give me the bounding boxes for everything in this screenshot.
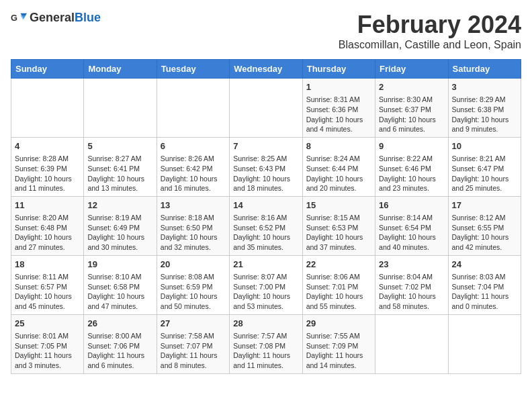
calendar-cell bbox=[84, 79, 157, 138]
calendar-week-row: 11Sunrise: 8:20 AM Sunset: 6:48 PM Dayli… bbox=[11, 196, 521, 255]
calendar-cell: 22Sunrise: 8:06 AM Sunset: 7:01 PM Dayli… bbox=[302, 255, 375, 314]
calendar-cell: 11Sunrise: 8:20 AM Sunset: 6:48 PM Dayli… bbox=[11, 196, 84, 255]
day-content: Sunrise: 8:06 AM Sunset: 7:01 PM Dayligh… bbox=[306, 272, 371, 312]
day-number: 27 bbox=[161, 318, 226, 330]
day-content: Sunrise: 8:20 AM Sunset: 6:48 PM Dayligh… bbox=[15, 213, 80, 253]
calendar-cell: 18Sunrise: 8:11 AM Sunset: 6:57 PM Dayli… bbox=[11, 255, 84, 314]
day-content: Sunrise: 8:25 AM Sunset: 6:43 PM Dayligh… bbox=[233, 154, 298, 193]
calendar-cell bbox=[230, 79, 302, 138]
day-number: 29 bbox=[306, 318, 371, 330]
day-number: 13 bbox=[161, 199, 226, 212]
day-content: Sunrise: 8:04 AM Sunset: 7:02 PM Dayligh… bbox=[379, 272, 444, 312]
month-year-title: February 2024 bbox=[339, 11, 521, 39]
day-content: Sunrise: 8:08 AM Sunset: 6:59 PM Dayligh… bbox=[161, 272, 226, 312]
calendar-cell: 17Sunrise: 8:12 AM Sunset: 6:55 PM Dayli… bbox=[448, 196, 521, 255]
calendar-cell bbox=[11, 79, 84, 138]
calendar-cell bbox=[157, 79, 229, 138]
calendar-cell: 21Sunrise: 8:07 AM Sunset: 7:00 PM Dayli… bbox=[230, 255, 302, 314]
day-content: Sunrise: 8:24 AM Sunset: 6:44 PM Dayligh… bbox=[306, 154, 371, 193]
calendar-cell: 19Sunrise: 8:10 AM Sunset: 6:58 PM Dayli… bbox=[84, 255, 157, 314]
day-number: 1 bbox=[306, 81, 371, 93]
day-number: 10 bbox=[452, 140, 517, 152]
calendar-cell: 13Sunrise: 8:18 AM Sunset: 6:50 PM Dayli… bbox=[157, 196, 229, 255]
day-content: Sunrise: 8:27 AM Sunset: 6:41 PM Dayligh… bbox=[87, 154, 152, 193]
day-number: 7 bbox=[233, 140, 298, 152]
calendar-cell: 15Sunrise: 8:15 AM Sunset: 6:53 PM Dayli… bbox=[302, 196, 375, 255]
calendar-cell: 10Sunrise: 8:21 AM Sunset: 6:47 PM Dayli… bbox=[448, 137, 521, 196]
calendar-cell: 9Sunrise: 8:22 AM Sunset: 6:46 PM Daylig… bbox=[375, 137, 448, 196]
calendar-cell: 1Sunrise: 8:31 AM Sunset: 6:36 PM Daylig… bbox=[302, 79, 375, 138]
calendar-cell: 20Sunrise: 8:08 AM Sunset: 6:59 PM Dayli… bbox=[157, 255, 229, 314]
day-number: 20 bbox=[161, 259, 226, 271]
day-content: Sunrise: 8:31 AM Sunset: 6:36 PM Dayligh… bbox=[306, 95, 371, 134]
day-content: Sunrise: 8:29 AM Sunset: 6:38 PM Dayligh… bbox=[452, 95, 517, 134]
day-content: Sunrise: 8:26 AM Sunset: 6:42 PM Dayligh… bbox=[161, 154, 226, 193]
svg-marker-2 bbox=[20, 15, 26, 19]
calendar-table: SundayMondayTuesdayWednesdayThursdayFrid… bbox=[11, 59, 521, 374]
calendar-cell: 12Sunrise: 8:19 AM Sunset: 6:49 PM Dayli… bbox=[84, 196, 157, 255]
day-number: 23 bbox=[379, 259, 444, 271]
day-content: Sunrise: 8:14 AM Sunset: 6:54 PM Dayligh… bbox=[379, 213, 444, 253]
day-number: 24 bbox=[452, 259, 517, 271]
day-content: Sunrise: 7:58 AM Sunset: 7:07 PM Dayligh… bbox=[161, 331, 226, 371]
day-number: 26 bbox=[87, 318, 152, 330]
logo-icon: G bbox=[11, 12, 27, 24]
calendar-cell: 23Sunrise: 8:04 AM Sunset: 7:02 PM Dayli… bbox=[375, 255, 448, 314]
day-number: 11 bbox=[15, 199, 80, 212]
calendar-cell: 3Sunrise: 8:29 AM Sunset: 6:38 PM Daylig… bbox=[448, 79, 521, 138]
logo: G GeneralBlue bbox=[11, 11, 101, 25]
title-section: February 2024 Blascomillan, Castille and… bbox=[339, 11, 521, 51]
day-content: Sunrise: 8:30 AM Sunset: 6:37 PM Dayligh… bbox=[379, 95, 444, 134]
day-number: 16 bbox=[379, 199, 444, 212]
day-content: Sunrise: 8:16 AM Sunset: 6:52 PM Dayligh… bbox=[233, 213, 298, 253]
day-content: Sunrise: 8:07 AM Sunset: 7:00 PM Dayligh… bbox=[233, 272, 298, 312]
calendar-cell: 8Sunrise: 8:24 AM Sunset: 6:44 PM Daylig… bbox=[302, 137, 375, 196]
day-number: 21 bbox=[233, 259, 298, 271]
day-number: 14 bbox=[233, 199, 298, 212]
day-content: Sunrise: 8:28 AM Sunset: 6:39 PM Dayligh… bbox=[15, 154, 80, 193]
header: G GeneralBlue February 2024 Blascomillan… bbox=[11, 11, 521, 51]
day-header-wednesday: Wednesday bbox=[230, 60, 302, 79]
day-number: 2 bbox=[379, 81, 444, 93]
calendar-cell: 14Sunrise: 8:16 AM Sunset: 6:52 PM Dayli… bbox=[230, 196, 302, 255]
day-number: 17 bbox=[452, 199, 517, 212]
day-number: 28 bbox=[233, 318, 298, 330]
day-number: 18 bbox=[15, 259, 80, 271]
calendar-cell bbox=[375, 314, 448, 373]
day-number: 12 bbox=[87, 199, 152, 212]
logo-text: GeneralBlue bbox=[30, 11, 101, 25]
day-number: 6 bbox=[161, 140, 226, 152]
day-number: 25 bbox=[15, 318, 80, 330]
calendar-cell: 4Sunrise: 8:28 AM Sunset: 6:39 PM Daylig… bbox=[11, 137, 84, 196]
day-content: Sunrise: 8:11 AM Sunset: 6:57 PM Dayligh… bbox=[15, 272, 80, 312]
calendar-cell: 2Sunrise: 8:30 AM Sunset: 6:37 PM Daylig… bbox=[375, 79, 448, 138]
day-number: 3 bbox=[452, 81, 517, 93]
day-header-friday: Friday bbox=[375, 60, 448, 79]
calendar-cell bbox=[448, 314, 521, 373]
day-content: Sunrise: 8:15 AM Sunset: 6:53 PM Dayligh… bbox=[306, 213, 371, 253]
calendar-week-row: 25Sunrise: 8:01 AM Sunset: 7:05 PM Dayli… bbox=[11, 314, 521, 373]
day-number: 15 bbox=[306, 199, 371, 212]
day-content: Sunrise: 8:12 AM Sunset: 6:55 PM Dayligh… bbox=[452, 213, 517, 253]
svg-text:G: G bbox=[11, 13, 17, 23]
day-number: 5 bbox=[87, 140, 152, 152]
calendar-header-row: SundayMondayTuesdayWednesdayThursdayFrid… bbox=[11, 60, 521, 79]
calendar-cell: 7Sunrise: 8:25 AM Sunset: 6:43 PM Daylig… bbox=[230, 137, 302, 196]
day-header-thursday: Thursday bbox=[302, 60, 375, 79]
calendar-cell: 29Sunrise: 7:55 AM Sunset: 7:09 PM Dayli… bbox=[302, 314, 375, 373]
day-content: Sunrise: 7:55 AM Sunset: 7:09 PM Dayligh… bbox=[306, 331, 371, 371]
calendar-week-row: 4Sunrise: 8:28 AM Sunset: 6:39 PM Daylig… bbox=[11, 137, 521, 196]
day-number: 8 bbox=[306, 140, 371, 152]
calendar-cell: 26Sunrise: 8:00 AM Sunset: 7:06 PM Dayli… bbox=[84, 314, 157, 373]
day-number: 4 bbox=[15, 140, 80, 152]
calendar-cell: 16Sunrise: 8:14 AM Sunset: 6:54 PM Dayli… bbox=[375, 196, 448, 255]
day-number: 22 bbox=[306, 259, 371, 271]
day-content: Sunrise: 7:57 AM Sunset: 7:08 PM Dayligh… bbox=[233, 331, 298, 371]
day-content: Sunrise: 8:19 AM Sunset: 6:49 PM Dayligh… bbox=[87, 213, 152, 253]
day-content: Sunrise: 8:00 AM Sunset: 7:06 PM Dayligh… bbox=[87, 331, 152, 371]
day-header-sunday: Sunday bbox=[11, 60, 84, 79]
day-content: Sunrise: 8:01 AM Sunset: 7:05 PM Dayligh… bbox=[15, 331, 80, 371]
calendar-cell: 28Sunrise: 7:57 AM Sunset: 7:08 PM Dayli… bbox=[230, 314, 302, 373]
day-content: Sunrise: 8:21 AM Sunset: 6:47 PM Dayligh… bbox=[452, 154, 517, 193]
location-subtitle: Blascomillan, Castille and Leon, Spain bbox=[339, 39, 521, 51]
